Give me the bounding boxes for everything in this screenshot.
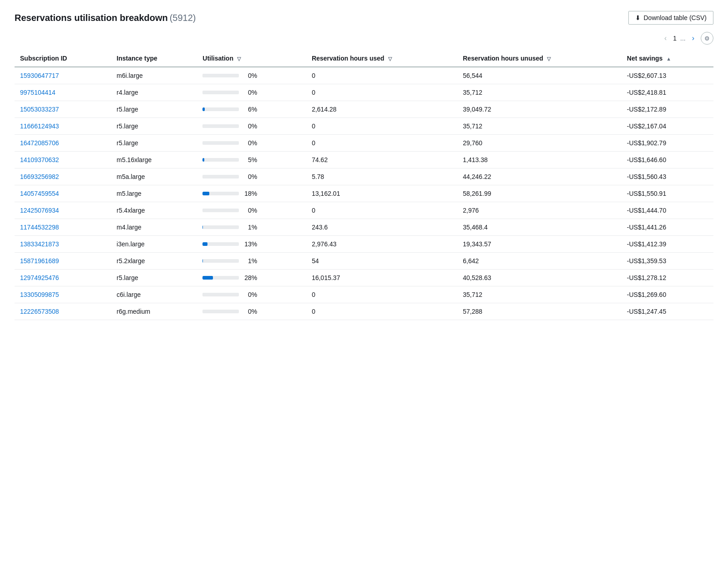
cell-utilisation: 1% xyxy=(197,219,306,236)
cell-instance-type: m4.large xyxy=(111,219,197,236)
cell-subscription-id: 14057459554 xyxy=(15,185,111,202)
table-body: 15930647717m6i.large0%056,544-US$2,607.1… xyxy=(15,67,713,320)
pagination-bar: ‹ 1 ... › ⚙ xyxy=(15,32,713,45)
subscription-id-link[interactable]: 15871961689 xyxy=(20,257,59,265)
cell-subscription-id: 12974925476 xyxy=(15,270,111,286)
cell-hours-used: 0 xyxy=(306,118,457,135)
table-settings-button[interactable]: ⚙ xyxy=(701,32,713,45)
cell-utilisation: 0% xyxy=(197,168,306,185)
cell-net-savings: -US$1,359.53 xyxy=(622,253,713,270)
cell-instance-type: i3en.large xyxy=(111,236,197,253)
cell-hours-unused: 35,712 xyxy=(457,84,622,101)
prev-page-button[interactable]: ‹ xyxy=(662,33,669,43)
utilisation-pct-label: 0% xyxy=(243,72,257,79)
next-page-button[interactable]: › xyxy=(689,33,697,43)
cell-instance-type: r5.large xyxy=(111,135,197,152)
subscription-id-link[interactable]: 12226573508 xyxy=(20,308,59,315)
cell-utilisation: 18% xyxy=(197,185,306,202)
cell-utilisation: 13% xyxy=(197,236,306,253)
cell-subscription-id: 13833421873 xyxy=(15,236,111,253)
cell-hours-used: 2,614.28 xyxy=(306,101,457,118)
page-title: Reservations utilisation breakdown xyxy=(15,13,168,23)
cell-net-savings: -US$1,560.43 xyxy=(622,168,713,185)
download-csv-button[interactable]: ⬇ Download table (CSV) xyxy=(628,11,713,25)
cell-utilisation: 0% xyxy=(197,135,306,152)
progress-bar-fill xyxy=(202,242,207,246)
table-row: 12974925476r5.large28%16,015.3740,528.63… xyxy=(15,270,713,286)
subscription-id-link[interactable]: 11744532298 xyxy=(20,224,59,231)
cell-hours-used: 54 xyxy=(306,253,457,270)
gear-icon: ⚙ xyxy=(704,35,710,42)
cell-utilisation: 0% xyxy=(197,202,306,219)
cell-utilisation: 6% xyxy=(197,101,306,118)
progress-bar-background xyxy=(202,225,239,229)
cell-hours-used: 5.78 xyxy=(306,168,457,185)
cell-utilisation: 5% xyxy=(197,152,306,168)
col-header-net-savings[interactable]: Net savings ▲ xyxy=(622,50,713,67)
col-header-hours-used[interactable]: Reservation hours used ▽ xyxy=(306,50,457,67)
page-header: Reservations utilisation breakdown (5912… xyxy=(15,11,713,25)
subscription-id-link[interactable]: 13305099875 xyxy=(20,291,59,298)
cell-hours-unused: 2,976 xyxy=(457,202,622,219)
cell-net-savings: -US$1,444.70 xyxy=(622,202,713,219)
subscription-id-link[interactable]: 15930647717 xyxy=(20,72,59,79)
cell-net-savings: -US$1,278.12 xyxy=(622,270,713,286)
subscription-id-link[interactable]: 14109370632 xyxy=(20,156,59,163)
subscription-id-link[interactable]: 14057459554 xyxy=(20,190,59,197)
progress-bar-background xyxy=(202,276,239,280)
cell-instance-type: r4.large xyxy=(111,84,197,101)
subscription-id-link[interactable]: 16472085706 xyxy=(20,139,59,147)
cell-hours-unused: 35,712 xyxy=(457,286,622,303)
cell-hours-used: 2,976.43 xyxy=(306,236,457,253)
cell-net-savings: -US$2,167.04 xyxy=(622,118,713,135)
cell-subscription-id: 15871961689 xyxy=(15,253,111,270)
progress-bar-background xyxy=(202,158,239,162)
cell-hours-unused: 19,343.57 xyxy=(457,236,622,253)
subscription-id-link[interactable]: 13833421873 xyxy=(20,240,59,248)
utilisation-pct-label: 0% xyxy=(243,122,257,130)
col-header-instance-type: Instance type xyxy=(111,50,197,67)
cell-net-savings: -US$2,607.13 xyxy=(622,67,713,84)
subscription-id-link[interactable]: 12425076934 xyxy=(20,207,59,214)
table-row: 13305099875c6i.large0%035,712-US$1,269.6… xyxy=(15,286,713,303)
cell-instance-type: m5.16xlarge xyxy=(111,152,197,168)
cell-subscription-id: 11666124943 xyxy=(15,118,111,135)
utilisation-pct-label: 28% xyxy=(243,274,257,281)
current-page: 1 xyxy=(673,35,677,42)
table-row: 13833421873i3en.large13%2,976.4319,343.5… xyxy=(15,236,713,253)
subscription-id-link[interactable]: 15053033237 xyxy=(20,106,59,113)
download-icon: ⬇ xyxy=(635,14,641,21)
cell-instance-type: r5.2xlarge xyxy=(111,253,197,270)
cell-hours-unused: 39,049.72 xyxy=(457,101,622,118)
utilisation-pct-label: 5% xyxy=(243,156,257,163)
cell-subscription-id: 14109370632 xyxy=(15,152,111,168)
cell-utilisation: 0% xyxy=(197,84,306,101)
progress-bar-fill xyxy=(202,107,205,111)
col-header-hours-unused[interactable]: Reservation hours unused ▽ xyxy=(457,50,622,67)
cell-hours-unused: 44,246.22 xyxy=(457,168,622,185)
cell-instance-type: m5.large xyxy=(111,185,197,202)
cell-hours-unused: 1,413.38 xyxy=(457,152,622,168)
subscription-id-link[interactable]: 9975104414 xyxy=(20,89,56,96)
subscription-id-link[interactable]: 16693256982 xyxy=(20,173,59,180)
table-row: 15930647717m6i.large0%056,544-US$2,607.1… xyxy=(15,67,713,84)
utilisation-pct-label: 0% xyxy=(243,173,257,180)
utilisation-pct-label: 1% xyxy=(243,224,257,231)
cell-net-savings: -US$1,902.79 xyxy=(622,135,713,152)
table-row: 11744532298m4.large1%243.635,468.4-US$1,… xyxy=(15,219,713,236)
cell-hours-unused: 29,760 xyxy=(457,135,622,152)
table-row: 9975104414r4.large0%035,712-US$2,418.81 xyxy=(15,84,713,101)
cell-utilisation: 0% xyxy=(197,303,306,320)
cell-net-savings: -US$1,269.60 xyxy=(622,286,713,303)
col-header-utilisation[interactable]: Utilisation ▽ xyxy=(197,50,306,67)
progress-bar-background xyxy=(202,259,239,263)
cell-hours-used: 243.6 xyxy=(306,219,457,236)
cell-hours-used: 0 xyxy=(306,67,457,84)
subscription-id-link[interactable]: 12974925476 xyxy=(20,274,59,281)
hours-used-sort-icon: ▽ xyxy=(388,56,392,62)
utilisation-pct-label: 18% xyxy=(243,190,257,197)
subscription-id-link[interactable]: 11666124943 xyxy=(20,122,59,130)
cell-hours-unused: 35,468.4 xyxy=(457,219,622,236)
cell-subscription-id: 15053033237 xyxy=(15,101,111,118)
progress-bar-background xyxy=(202,175,239,178)
